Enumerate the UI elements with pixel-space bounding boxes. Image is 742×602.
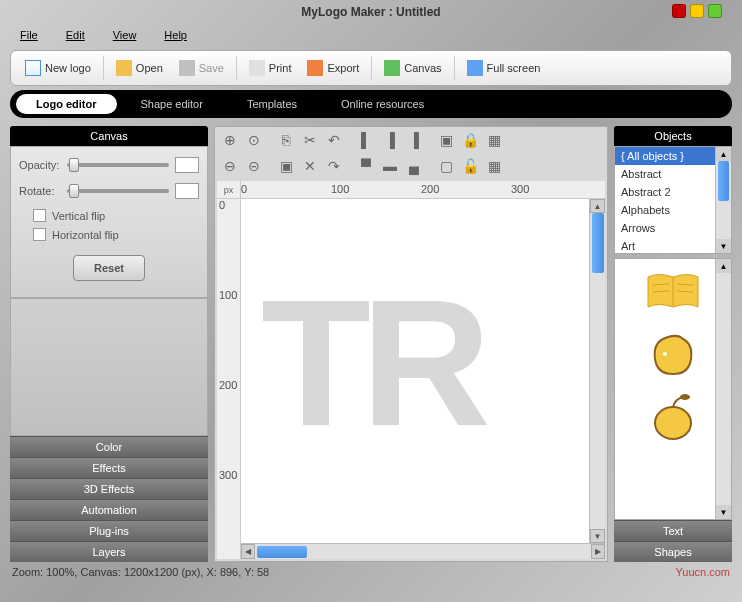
toolbar: New logo Open Save Print Export Canvas F… [10, 50, 732, 86]
delete-icon[interactable]: ✕ [299, 155, 321, 177]
scroll-up-icon[interactable]: ▲ [590, 199, 605, 213]
bring-front-icon[interactable]: ▣ [435, 129, 457, 151]
layer-down-icon[interactable]: ▦ [483, 155, 505, 177]
send-back-icon[interactable]: ▢ [435, 155, 457, 177]
maximize-button[interactable] [708, 4, 722, 18]
tab-plugins[interactable]: Plug-ins [10, 520, 208, 541]
rotate-value[interactable] [175, 183, 199, 199]
minimize-button[interactable] [690, 4, 704, 18]
zoom-out-icon[interactable]: ⊖ [219, 155, 241, 177]
fullscreen-button[interactable]: Full screen [461, 56, 547, 80]
align-center-icon[interactable]: ▐ [379, 129, 401, 151]
nav-logo-editor[interactable]: Logo editor [16, 94, 117, 114]
vflip-checkbox[interactable] [33, 209, 46, 222]
statusbar: Zoom: 100%, Canvas: 1200x1200 (px), X: 8… [0, 562, 742, 582]
printer-icon [249, 60, 265, 76]
opacity-value[interactable] [175, 157, 199, 173]
new-logo-button[interactable]: New logo [19, 56, 97, 80]
scroll-down-icon[interactable]: ▼ [716, 239, 731, 253]
object-item-abstract2[interactable]: Abstract 2 [615, 183, 731, 201]
hflip-checkbox[interactable] [33, 228, 46, 241]
nav-templates[interactable]: Templates [227, 94, 317, 114]
left-spacer [10, 298, 208, 436]
preview-fruit-icon[interactable] [643, 391, 703, 441]
scroll-down-icon[interactable]: ▼ [716, 505, 731, 519]
window-controls [672, 4, 722, 18]
canvas-icon [384, 60, 400, 76]
tab-shapes[interactable]: Shapes [614, 541, 732, 562]
objects-list: { All objects }≡ Abstract≡ Abstract 2 Al… [614, 146, 732, 254]
lock-icon[interactable]: 🔒 [459, 129, 481, 151]
hscroll-thumb[interactable] [257, 546, 307, 558]
tab-text[interactable]: Text [614, 520, 732, 541]
object-item-arrows[interactable]: Arrows [615, 219, 731, 237]
align-middle-icon[interactable]: ▬ [379, 155, 401, 177]
preview-head-icon[interactable] [643, 329, 703, 379]
left-tabs: Color Effects 3D Effects Automation Plug… [10, 436, 208, 562]
tab-layers[interactable]: Layers [10, 541, 208, 562]
paste-icon[interactable]: ▣ [275, 155, 297, 177]
menu-view[interactable]: View [113, 29, 137, 41]
undo-icon[interactable]: ↶ [323, 129, 345, 151]
scroll-down-icon[interactable]: ▼ [590, 529, 605, 543]
export-button[interactable]: Export [301, 56, 365, 80]
new-icon [25, 60, 41, 76]
canvas-button[interactable]: Canvas [378, 56, 447, 80]
object-item-alphabets[interactable]: Alphabets [615, 201, 731, 219]
nav-shape-editor[interactable]: Shape editor [121, 94, 223, 114]
horizontal-scrollbar[interactable]: ◀ ▶ [241, 543, 605, 559]
object-item-art[interactable]: Art [615, 237, 731, 254]
export-icon [307, 60, 323, 76]
ruler-vertical: 0 100 200 300 [217, 199, 241, 559]
open-button[interactable]: Open [110, 56, 169, 80]
zoom-fit-icon[interactable]: ⊙ [243, 129, 265, 151]
tab-effects[interactable]: Effects [10, 457, 208, 478]
rotate-label: Rotate: [19, 185, 61, 197]
preview-book-icon[interactable] [643, 267, 703, 317]
unlock-icon[interactable]: 🔓 [459, 155, 481, 177]
nav-online-resources[interactable]: Online resources [321, 94, 444, 114]
navbar: Logo editor Shape editor Templates Onlin… [10, 90, 732, 118]
copy-icon[interactable]: ⎘ [275, 129, 297, 151]
objects-scrollbar[interactable]: ▲ ▼ [715, 147, 731, 253]
layer-icon[interactable]: ▦ [483, 129, 505, 151]
tab-automation[interactable]: Automation [10, 499, 208, 520]
close-button[interactable] [672, 4, 686, 18]
watermark-text: TR [261, 259, 481, 466]
tab-3d-effects[interactable]: 3D Effects [10, 478, 208, 499]
menu-help[interactable]: Help [164, 29, 187, 41]
menu-file[interactable]: File [20, 29, 38, 41]
scroll-left-icon[interactable]: ◀ [241, 544, 255, 559]
align-bottom-icon[interactable]: ▄ [403, 155, 425, 177]
object-item-abstract[interactable]: Abstract≡ [615, 165, 731, 183]
scroll-right-icon[interactable]: ▶ [591, 544, 605, 559]
save-button[interactable]: Save [173, 56, 230, 80]
object-item-all[interactable]: { All objects }≡ [615, 147, 731, 165]
vertical-scrollbar[interactable]: ▲ ▼ [589, 199, 605, 543]
preview-scrollbar[interactable]: ▲ ▼ [715, 259, 731, 519]
objects-header: Objects [614, 126, 732, 146]
left-panel: Canvas Opacity: Rotate: Vertical flip Ho… [10, 126, 208, 562]
opacity-label: Opacity: [19, 159, 61, 171]
vflip-label: Vertical flip [52, 210, 105, 222]
align-left-icon[interactable]: ▌ [355, 129, 377, 151]
canvas-panel-header: Canvas [10, 126, 208, 146]
status-text: Zoom: 100%, Canvas: 1200x1200 (px), X: 8… [12, 566, 269, 578]
cut-icon[interactable]: ✂ [299, 129, 321, 151]
zoom-reset-icon[interactable]: ⊝ [243, 155, 265, 177]
tab-color[interactable]: Color [10, 436, 208, 457]
zoom-in-icon[interactable]: ⊕ [219, 129, 241, 151]
vscroll-thumb[interactable] [592, 213, 604, 273]
redo-icon[interactable]: ↷ [323, 155, 345, 177]
rotate-slider[interactable] [67, 189, 169, 193]
scroll-up-icon[interactable]: ▲ [716, 259, 731, 273]
align-top-icon[interactable]: ▀ [355, 155, 377, 177]
canvas-view[interactable]: TR [241, 199, 589, 543]
reset-button[interactable]: Reset [73, 255, 145, 281]
opacity-slider[interactable] [67, 163, 169, 167]
canvas-controls: Opacity: Rotate: Vertical flip Horizonta… [10, 146, 208, 298]
scroll-up-icon[interactable]: ▲ [716, 147, 731, 161]
align-right-icon[interactable]: ▐ [403, 129, 425, 151]
menu-edit[interactable]: Edit [66, 29, 85, 41]
print-button[interactable]: Print [243, 56, 298, 80]
